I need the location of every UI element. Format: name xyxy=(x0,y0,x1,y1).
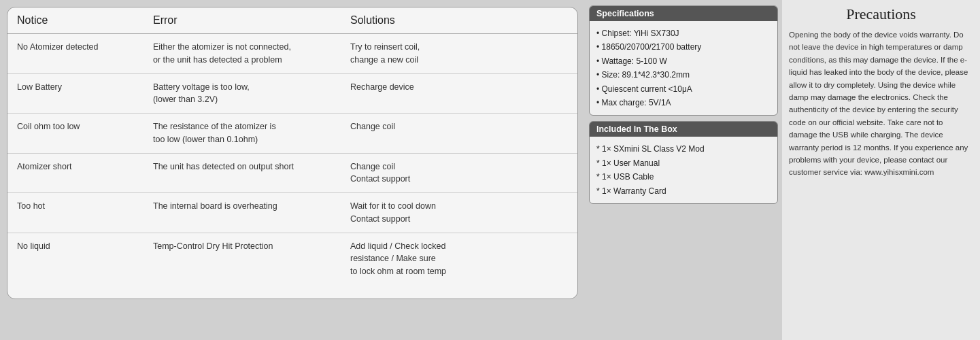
col-notice: Notice xyxy=(7,7,143,34)
specifications-header: Specifications xyxy=(590,6,777,21)
specifications-box: Specifications • Chipset: YiHi SX730J• 1… xyxy=(589,5,778,116)
notice-table: Notice Error Solutions No Atomizer detec… xyxy=(7,7,577,285)
table-row: No Atomizer detectedEither the atomizer … xyxy=(7,34,577,74)
cell-error: The unit has detected on output short xyxy=(143,153,341,193)
cell-error: Temp-Control Dry Hit Protection xyxy=(143,233,341,285)
cell-notice: No liquid xyxy=(7,233,143,285)
cell-solution: Wait for it to cool down Contact support xyxy=(341,193,577,233)
included-header: Included In The Box xyxy=(590,122,777,137)
cell-error: Battery voltage is too low, (lower than … xyxy=(143,73,341,114)
cell-notice: No Atomizer detected xyxy=(7,34,143,74)
table-row: Atomizer shortThe unit has detected on o… xyxy=(7,153,577,193)
precautions-text: Opening the body of the device voids war… xyxy=(789,29,973,179)
cell-solution: Add liquid / Check locked resistance / M… xyxy=(341,233,577,285)
cell-error: The internal board is overheating xyxy=(143,193,341,233)
col-error: Error xyxy=(143,7,341,34)
cell-notice: Too hot xyxy=(7,193,143,233)
col-solutions: Solutions xyxy=(341,7,577,34)
included-item: * 1× User Manual xyxy=(596,156,771,170)
table-row: Coil ohm too lowThe resistance of the at… xyxy=(7,114,577,154)
included-item: * 1× SXmini SL Class V2 Mod xyxy=(596,142,771,156)
cell-solution: Change coil Contact support xyxy=(341,153,577,193)
spec-item: • Chipset: YiHi SX730J xyxy=(596,27,771,40)
cell-solution: Try to reinsert coil, change a new coil xyxy=(341,34,577,74)
notice-table-container: Notice Error Solutions No Atomizer detec… xyxy=(7,7,578,299)
cell-error: Either the atomizer is not connected, or… xyxy=(143,34,341,74)
included-item: * 1× Warranty Card xyxy=(596,184,771,198)
middle-panel: Specifications • Chipset: YiHi SX730J• 1… xyxy=(585,0,782,340)
cell-solution: Change coil xyxy=(341,114,577,154)
precautions-title: Precautions xyxy=(789,5,973,23)
spec-item: • 18650/20700/21700 battery xyxy=(596,40,771,54)
right-panel: Precautions Opening the body of the devi… xyxy=(782,0,980,340)
table-row: No liquidTemp-Control Dry Hit Protection… xyxy=(7,233,577,285)
cell-notice: Low Battery xyxy=(7,73,143,114)
spec-item: • Wattage: 5-100 W xyxy=(596,54,771,68)
cell-solution: Recharge device xyxy=(341,73,577,114)
table-row: Too hotThe internal board is overheating… xyxy=(7,193,577,233)
spec-item: • Quiescent current <10μA xyxy=(596,82,771,96)
included-box: Included In The Box * 1× SXmini SL Class… xyxy=(589,121,778,204)
cell-error: The resistance of the atomizer is too lo… xyxy=(143,114,341,154)
cell-notice: Atomizer short xyxy=(7,153,143,193)
cell-notice: Coil ohm too low xyxy=(7,114,143,154)
specifications-body: • Chipset: YiHi SX730J• 18650/20700/2170… xyxy=(590,21,777,115)
included-item: * 1× USB Cable xyxy=(596,170,771,184)
included-body: * 1× SXmini SL Class V2 Mod* 1× User Man… xyxy=(590,137,777,203)
left-panel: Notice Error Solutions No Atomizer detec… xyxy=(0,0,585,340)
spec-item: • Max charge: 5V/1A xyxy=(596,96,771,109)
spec-item: • Size: 89.1*42.3*30.2mm xyxy=(596,68,771,82)
table-row: Low BatteryBattery voltage is too low, (… xyxy=(7,73,577,114)
